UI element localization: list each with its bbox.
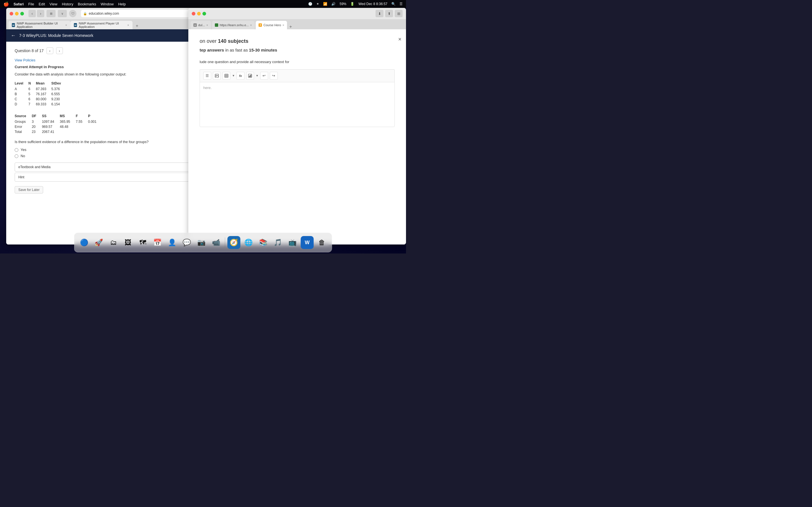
anova-ss-groups: 1097.84 — [42, 119, 60, 124]
dock-finder[interactable]: 🔵 — [78, 236, 91, 249]
maximize-window-button[interactable] — [20, 12, 24, 15]
menu-edit[interactable]: Edit — [39, 2, 45, 6]
svg-rect-2 — [225, 74, 228, 77]
svg-rect-10 — [251, 75, 251, 77]
dock-calendar[interactable]: 📅 — [151, 236, 164, 249]
ch-editor-area[interactable]: here. — [200, 82, 395, 127]
editor-list-button[interactable]: ☰ — [203, 72, 211, 80]
lock-icon: 🔒 — [83, 12, 87, 15]
back-to-course-button[interactable]: ← — [11, 33, 16, 39]
menu-bookmarks[interactable]: Bookmarks — [78, 2, 96, 6]
url-text[interactable]: education.wiley.com — [89, 11, 119, 15]
search-icon[interactable]: 🔍 — [391, 2, 396, 6]
menu-file[interactable]: File — [28, 2, 34, 6]
dock-maps[interactable]: 🗺 — [137, 236, 149, 249]
editor-table-button[interactable] — [222, 72, 231, 80]
radio-yes[interactable] — [15, 148, 18, 152]
anova-p-total — [88, 129, 102, 134]
dock-word[interactable]: W — [301, 236, 314, 249]
tab-builder-close[interactable]: × — [65, 23, 67, 27]
ch-share-button[interactable]: ⬆ — [385, 10, 393, 17]
ch-content: on over 140 subjects tep answers in as f… — [188, 29, 406, 244]
time-machine-icon: 🕐 — [308, 2, 312, 6]
shield-icon: 🛡 — [69, 10, 77, 17]
ch-tab2-close[interactable]: × — [250, 23, 252, 27]
anova-f-error — [76, 124, 88, 129]
minimize-window-button[interactable] — [15, 12, 18, 15]
anova-col-p: P — [88, 114, 102, 119]
cell-n-a: 6 — [29, 87, 36, 92]
dock-contacts[interactable]: 👤 — [166, 236, 179, 249]
dock-tv[interactable]: 📺 — [286, 236, 299, 249]
ch-tab1-label: dul... — [198, 23, 205, 27]
ch-extensions-button[interactable]: ⊞ — [395, 10, 403, 17]
window-tab-button[interactable]: ∨ — [58, 10, 67, 17]
tab-player[interactable]: W NWP Assessment Player UI Application × — [70, 21, 133, 29]
dock-chrome[interactable]: 🌐 — [242, 236, 255, 249]
editor-formula-button[interactable]: fx — [237, 72, 245, 80]
subjects-count: 140 subjects — [218, 38, 248, 44]
save-for-later-button[interactable]: Save for Later — [15, 186, 43, 193]
tab-builder[interactable]: W NWP Assessment Builder UI Application … — [8, 21, 70, 29]
dock-messages[interactable]: 💬 — [181, 236, 193, 249]
ch-tab-dul[interactable]: W dul... × — [191, 21, 211, 29]
next-question-button[interactable]: › — [56, 47, 63, 54]
window-layout-button[interactable]: ⊞ — [47, 10, 56, 17]
editor-graph-button[interactable] — [246, 72, 254, 80]
radio-no[interactable] — [15, 154, 18, 158]
ch-maximize-button[interactable] — [202, 12, 206, 15]
tab-favicon-builder: W — [12, 23, 15, 27]
editor-image-button[interactable] — [213, 72, 221, 80]
dock-facetime[interactable]: 📹 — [210, 236, 223, 249]
dock-books[interactable]: 📚 — [257, 236, 270, 249]
ch-close-x-button[interactable]: × — [398, 36, 402, 43]
control-center-icon[interactable]: ☰ — [400, 2, 403, 6]
anova-col-ms: MS — [60, 114, 76, 119]
cell-stdev-c: 9.230 — [51, 97, 66, 102]
col-header-stdev: StDev — [51, 81, 66, 87]
dock-trash[interactable]: 🗑 — [315, 236, 328, 249]
dock-photos2[interactable]: 📷 — [195, 236, 208, 249]
ch-close-button[interactable] — [192, 12, 195, 15]
anova-df-error: 20 — [32, 124, 42, 129]
etextbook-label: eTextbook and Media — [18, 165, 50, 169]
prev-question-button[interactable]: ‹ — [47, 47, 53, 54]
tab-player-close[interactable]: × — [128, 23, 129, 27]
dock-launchpad[interactable]: 🚀 — [93, 236, 105, 249]
ch-tab-snhu[interactable]: https://learn.snhu.e... × — [212, 21, 255, 29]
dock-safari[interactable]: 🧭 — [227, 236, 241, 249]
dock-music[interactable]: 🎵 — [271, 236, 285, 249]
close-window-button[interactable] — [10, 12, 13, 15]
anova-ms-groups: 365.95 — [60, 119, 76, 124]
cell-mean-a: 87.393 — [36, 87, 51, 92]
ch-tabs-row: W dul... × https://learn.snhu.e... × ★ C… — [188, 19, 406, 29]
svg-rect-8 — [249, 76, 250, 77]
editor-graph-chevron[interactable]: ▼ — [256, 74, 259, 77]
forward-button[interactable]: › — [37, 10, 44, 17]
editor-undo-button[interactable]: ↩ — [260, 72, 268, 80]
editor-table-chevron[interactable]: ▼ — [232, 74, 235, 77]
editor-redo-button[interactable]: ↪ — [270, 72, 278, 80]
menubar-left: 🍎 Safari File Edit View History Bookmark… — [3, 1, 126, 7]
dock-photos[interactable]: 🖼 — [122, 236, 135, 249]
back-button[interactable]: ‹ — [29, 10, 36, 17]
volume-icon: 🔊 — [331, 2, 336, 6]
dock-files[interactable]: 🗂 — [107, 236, 120, 249]
ch-minimize-button[interactable] — [197, 12, 201, 15]
tab-player-label: NWP Assessment Player UI Application — [79, 22, 124, 29]
ch-new-tab-button[interactable]: + — [288, 24, 293, 29]
apple-menu[interactable]: 🍎 — [3, 1, 9, 7]
menu-history[interactable]: History — [62, 2, 73, 6]
ch-tab1-close[interactable]: × — [206, 23, 208, 27]
menu-safari[interactable]: Safari — [13, 2, 24, 6]
anova-df-total: 23 — [32, 129, 42, 134]
menu-view[interactable]: View — [50, 2, 57, 6]
menu-help[interactable]: Help — [118, 2, 126, 6]
ch-tab3-close[interactable]: × — [283, 23, 284, 27]
ch-tab-coursehero[interactable]: ★ Course Hero × — [256, 21, 287, 29]
view-policies-link[interactable]: View Policies — [15, 58, 35, 62]
new-tab-button[interactable]: + — [134, 22, 140, 29]
ch-download-button[interactable]: ⬇ — [375, 10, 384, 17]
menu-window[interactable]: Window — [101, 2, 114, 6]
anova-table: Source DF SS MS F P Groups 3 1097.84 365… — [15, 114, 102, 134]
